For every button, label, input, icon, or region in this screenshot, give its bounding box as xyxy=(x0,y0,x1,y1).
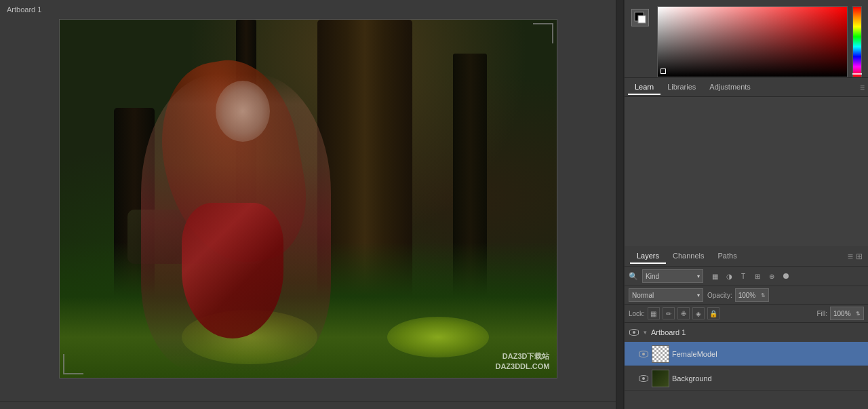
filter-active-indicator xyxy=(783,273,789,279)
lock-fill-row: Lock: ▦ ✏ ✙ ◈ 🔒 Fill: 100% ⇅ xyxy=(625,305,868,323)
lock-all-icon[interactable]: 🔒 xyxy=(707,307,719,319)
artboard-group-item[interactable]: ▾ Artboard 1 xyxy=(625,323,868,342)
corner-marker-tr xyxy=(533,23,553,43)
artboard-visibility-toggle[interactable] xyxy=(629,327,639,338)
artboard-label: Artboard 1 xyxy=(0,0,616,16)
learn-content-area xyxy=(625,97,868,246)
color-picker-cursor xyxy=(660,69,666,74)
panel-tabs-bar: Learn Libraries Adjustments ≡ xyxy=(625,78,868,97)
fill-control: Fill: 100% ⇅ xyxy=(816,307,864,320)
blend-mode-dropdown[interactable]: Normal ▾ xyxy=(629,288,703,302)
layers-tabs-bar: Layers Channels Paths ≡ ⊞ xyxy=(625,246,868,267)
tab-layers[interactable]: Layers xyxy=(630,249,666,264)
artboard-collapse-arrow[interactable]: ▾ xyxy=(644,329,647,336)
layer-visibility-femalemodel[interactable] xyxy=(638,349,649,359)
tab-libraries[interactable]: Libraries xyxy=(660,80,703,95)
layer-thumbnail-femalemodel xyxy=(652,345,669,363)
tab-paths[interactable]: Paths xyxy=(711,249,744,264)
right-panel: Learn Libraries Adjustments ≡ Layers Cha… xyxy=(624,0,868,409)
blend-mode-row: Normal ▾ Opacity: 100% ⇅ xyxy=(625,286,868,305)
color-gradient[interactable] xyxy=(657,6,848,77)
lock-artboard-icon[interactable]: ◈ xyxy=(692,307,705,319)
vertical-scrollbar[interactable] xyxy=(616,0,624,409)
corner-marker-bl xyxy=(63,354,83,374)
tab-learn[interactable]: Learn xyxy=(628,80,660,95)
lock-image-icon[interactable]: ✏ xyxy=(663,307,675,319)
panel-options-button[interactable]: ≡ xyxy=(860,83,865,92)
filter-text-icon[interactable]: T xyxy=(737,270,749,282)
filter-pixel-icon[interactable]: ▦ xyxy=(709,270,721,282)
blend-mode-chevron: ▾ xyxy=(697,292,700,298)
artboard-canvas[interactable]: DAZ3D下载站 DAZ3DDL.COM xyxy=(59,19,557,378)
eye-icon-femalemodel xyxy=(639,351,648,357)
color-section xyxy=(625,0,868,78)
filter-kind-chevron: ▾ xyxy=(697,273,700,279)
foreground-color-btn[interactable] xyxy=(631,9,649,26)
watermark: DAZ3D下载站 DAZ3DDL.COM xyxy=(495,351,549,371)
layers-section: Layers Channels Paths ≡ ⊞ 🔍 Kind ▾ ▦ ◑ T… xyxy=(625,246,868,409)
opacity-control: Opacity: 100% ⇅ xyxy=(707,288,769,302)
search-icon: 🔍 xyxy=(629,272,638,281)
eye-icon-background xyxy=(639,375,648,382)
horizontal-scrollbar[interactable] xyxy=(0,401,616,409)
filter-smart-icon[interactable]: ⊕ xyxy=(766,270,778,282)
hue-slider[interactable] xyxy=(852,6,862,77)
lock-transparent-icon[interactable]: ▦ xyxy=(648,307,660,319)
opacity-arrows: ⇅ xyxy=(761,292,766,298)
svg-rect-1 xyxy=(638,16,646,23)
hue-indicator xyxy=(852,73,862,75)
layer-item-background[interactable]: Background xyxy=(625,366,868,391)
layers-panel-options-button[interactable]: ≡ xyxy=(848,251,853,262)
filter-adjustment-icon[interactable]: ◑ xyxy=(723,270,735,282)
opacity-input[interactable]: 100% ⇅ xyxy=(735,288,769,302)
layers-list: ▾ Artboard 1 FemaleModel xyxy=(625,323,868,409)
layer-thumbnail-background xyxy=(652,370,669,387)
fill-arrows: ⇅ xyxy=(856,311,861,317)
layer-visibility-background[interactable] xyxy=(638,373,649,384)
layers-filter-bar: 🔍 Kind ▾ ▦ ◑ T ⊞ ⊕ xyxy=(625,267,868,286)
layers-panel-expand-button[interactable]: ⊞ xyxy=(856,252,863,261)
tab-channels[interactable]: Channels xyxy=(666,249,711,264)
fill-input[interactable]: 100% ⇅ xyxy=(830,307,864,320)
lock-position-icon[interactable]: ✙ xyxy=(677,307,690,319)
layer-item-femalemodel[interactable]: FemaleModel xyxy=(625,342,868,366)
eye-icon xyxy=(629,329,639,336)
filter-shape-icon[interactable]: ⊞ xyxy=(751,270,764,282)
filter-kind-dropdown[interactable]: Kind ▾ xyxy=(642,269,703,283)
tab-adjustments[interactable]: Adjustments xyxy=(703,80,757,95)
